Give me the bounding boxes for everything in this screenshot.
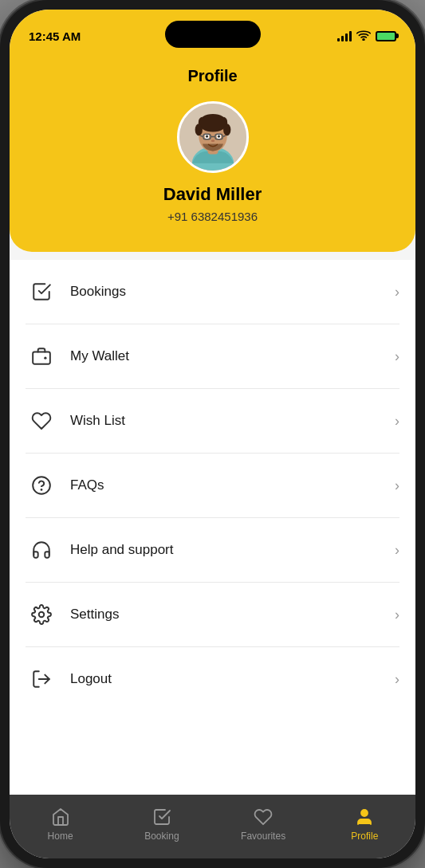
wifi-icon <box>356 29 371 43</box>
menu-item-faqs[interactable]: FAQs › <box>26 454 399 518</box>
logout-chevron: › <box>395 671 399 688</box>
main-content: Profile <box>10 51 415 795</box>
wallet-icon <box>26 340 57 372</box>
svg-point-10 <box>205 135 207 137</box>
menu-item-settings[interactable]: Settings › <box>26 583 399 647</box>
signal-icon <box>337 30 352 41</box>
settings-chevron: › <box>395 607 399 623</box>
svg-point-24 <box>361 810 368 816</box>
nav-item-favourites[interactable]: Favourites <box>213 807 314 842</box>
menu-item-wishlist[interactable]: Wish List › <box>26 389 399 454</box>
faqs-chevron: › <box>395 477 399 494</box>
bottom-nav: Home Booking Favourites <box>10 795 415 858</box>
menu-item-logout[interactable]: Logout › <box>26 647 399 711</box>
bookings-icon <box>26 276 57 308</box>
svg-point-19 <box>44 357 46 359</box>
svg-rect-18 <box>33 352 50 364</box>
svg-point-0 <box>363 38 364 40</box>
menu-item-support[interactable]: Help and support › <box>26 518 399 583</box>
favourites-nav-icon <box>253 807 273 827</box>
faqs-label: FAQs <box>70 477 395 493</box>
booking-nav-label: Booking <box>144 831 179 842</box>
profile-nav-label: Profile <box>351 831 378 842</box>
menu-item-wallet[interactable]: My Wallet › <box>26 324 399 389</box>
svg-point-17 <box>211 139 214 142</box>
svg-point-7 <box>223 124 230 136</box>
menu-list: Bookings › My Wallet › Wish List <box>10 260 415 795</box>
support-icon <box>26 534 57 566</box>
nav-item-home[interactable]: Home <box>10 807 111 842</box>
bookings-label: Bookings <box>70 284 395 300</box>
profile-header: Profile <box>10 51 415 252</box>
wallet-chevron: › <box>395 348 399 365</box>
favourites-nav-label: Favourites <box>241 831 285 842</box>
status-icons <box>337 29 396 43</box>
booking-nav-icon <box>152 807 172 827</box>
logout-icon <box>26 663 57 695</box>
svg-point-20 <box>33 477 50 494</box>
page-title: Profile <box>187 67 237 85</box>
nav-item-booking[interactable]: Booking <box>111 807 212 842</box>
phone-frame: 12:45 AM <box>0 0 425 868</box>
status-time: 12:45 AM <box>29 29 81 43</box>
profile-nav-icon <box>354 807 375 827</box>
dynamic-island <box>165 21 261 48</box>
wishlist-icon <box>26 405 57 437</box>
support-chevron: › <box>395 542 399 559</box>
faqs-icon <box>26 469 57 501</box>
menu-item-bookings[interactable]: Bookings › <box>26 260 399 324</box>
nav-item-profile[interactable]: Profile <box>314 807 415 842</box>
wishlist-label: Wish List <box>70 413 395 429</box>
wishlist-chevron: › <box>395 413 399 430</box>
settings-icon <box>26 599 57 630</box>
support-label: Help and support <box>70 542 395 558</box>
battery-icon <box>376 31 396 41</box>
home-nav-icon <box>50 807 71 827</box>
bookings-chevron: › <box>395 284 399 300</box>
phone-screen: 12:45 AM <box>10 10 415 858</box>
svg-point-6 <box>195 124 202 136</box>
avatar <box>177 101 249 173</box>
svg-point-22 <box>39 612 45 618</box>
home-nav-label: Home <box>48 831 73 842</box>
wallet-label: My Wallet <box>70 348 395 364</box>
logout-label: Logout <box>70 671 395 687</box>
user-name: David Miller <box>163 184 262 205</box>
svg-point-11 <box>217 135 219 137</box>
user-phone: +91 6382451936 <box>167 210 258 223</box>
settings-label: Settings <box>70 607 395 623</box>
